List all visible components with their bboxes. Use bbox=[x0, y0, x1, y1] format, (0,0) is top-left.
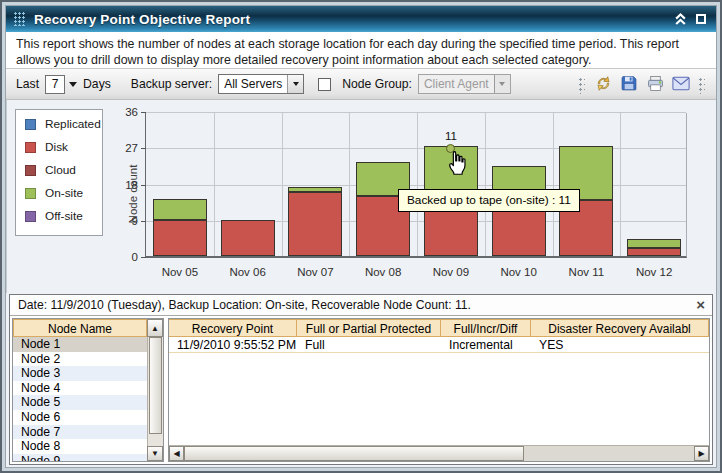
legend-item[interactable]: On-site bbox=[25, 186, 102, 200]
node-list-item[interactable]: Node 4 bbox=[13, 381, 147, 396]
drilldown-header: Date: 11/9/2010 (Tuesday), Backup Locati… bbox=[10, 295, 712, 316]
y-tick-label: 0 bbox=[104, 251, 138, 263]
table-cell: 11/9/2010 9:55:52 PM bbox=[169, 337, 297, 352]
gridline bbox=[485, 113, 486, 256]
node-list-item[interactable]: Node 9 bbox=[13, 454, 147, 461]
node-group-checkbox[interactable] bbox=[318, 78, 331, 91]
report-window: Recovery Point Objective Report This rep… bbox=[0, 0, 722, 473]
last-label: Last bbox=[16, 77, 39, 91]
table-body: 11/9/2010 9:55:52 PMFullIncrementalYES bbox=[169, 337, 709, 353]
chevron-down-icon bbox=[499, 82, 505, 86]
email-button[interactable] bbox=[670, 72, 692, 94]
chart-area: ReplicatedDiskCloudOn-siteOff-site Node … bbox=[6, 100, 716, 293]
gridline bbox=[417, 113, 418, 256]
node-group-label: Node Group: bbox=[342, 77, 412, 91]
y-tick bbox=[141, 257, 146, 258]
title-bar[interactable]: Recovery Point Objective Report bbox=[6, 6, 716, 32]
x-tick-label: Nov 11 bbox=[553, 266, 621, 278]
table-cell: Incremental bbox=[441, 337, 531, 352]
x-tick-label: Nov 07 bbox=[282, 266, 350, 278]
x-tick-label: Nov 08 bbox=[349, 266, 417, 278]
gridline bbox=[146, 112, 686, 113]
bar-chart-plot[interactable]: 09182736Nov 05Nov 06Nov 07Nov 08Nov 09No… bbox=[145, 113, 687, 258]
refresh-icon bbox=[595, 75, 612, 92]
table-column-header[interactable]: Disaster Recovery Availabl bbox=[531, 320, 709, 336]
legend-label: Off-site bbox=[45, 209, 83, 223]
y-tick-label: 36 bbox=[104, 106, 138, 118]
y-tick-label: 9 bbox=[104, 215, 138, 227]
legend-item[interactable]: Replicated bbox=[25, 117, 102, 131]
node-list-item[interactable]: Node 6 bbox=[13, 410, 147, 425]
close-icon[interactable]: × bbox=[696, 296, 705, 314]
table-row[interactable]: 11/9/2010 9:55:52 PMFullIncrementalYES bbox=[169, 337, 709, 353]
period-dropdown-icon[interactable] bbox=[69, 82, 77, 87]
period-input[interactable]: 7 bbox=[45, 75, 65, 94]
y-tick-label: 27 bbox=[104, 142, 138, 154]
x-tick-label: Nov 09 bbox=[417, 266, 485, 278]
bar-segment-disk[interactable] bbox=[153, 220, 207, 256]
report-content: Recovery Point Objective Report This rep… bbox=[5, 5, 717, 468]
scroll-right-button[interactable]: ▶ bbox=[694, 446, 709, 461]
node-list-item[interactable]: Node 2 bbox=[13, 352, 147, 367]
node-list-item[interactable]: Node 7 bbox=[13, 425, 147, 440]
bar-segment-disk[interactable] bbox=[627, 248, 681, 256]
bar-segment-on-site[interactable] bbox=[153, 199, 207, 220]
print-button[interactable] bbox=[644, 72, 666, 94]
y-tick-label: 18 bbox=[104, 179, 138, 191]
node-list-item[interactable]: Node 5 bbox=[13, 395, 147, 410]
chevron-down-icon bbox=[293, 82, 299, 86]
legend-label: On-site bbox=[45, 186, 83, 200]
legend-item[interactable]: Disk bbox=[25, 140, 102, 154]
gridline bbox=[620, 113, 621, 256]
table-column-header[interactable]: Recovery Point bbox=[169, 320, 297, 336]
toolbar: Last 7 Days Backup server: All Servers N… bbox=[6, 69, 716, 100]
node-list-scrollbar[interactable] bbox=[147, 337, 163, 461]
legend-item[interactable]: Off-site bbox=[25, 209, 102, 223]
bar-segment-disk[interactable] bbox=[288, 192, 342, 256]
node-list-item[interactable]: Node 8 bbox=[13, 439, 147, 454]
scroll-up-button[interactable]: ▲ bbox=[147, 319, 163, 337]
legend-swatch-icon bbox=[25, 142, 36, 153]
save-icon bbox=[621, 75, 637, 91]
backup-server-select[interactable]: All Servers bbox=[218, 74, 304, 94]
gridline bbox=[553, 113, 554, 256]
backup-server-dropdown-button[interactable] bbox=[287, 75, 303, 93]
x-tick-label: Nov 05 bbox=[146, 266, 214, 278]
drag-grip-icon[interactable] bbox=[14, 12, 26, 26]
scrollbar-thumb[interactable] bbox=[149, 337, 162, 434]
page-title: Recovery Point Objective Report bbox=[34, 12, 250, 27]
bar-segment-disk[interactable] bbox=[221, 220, 275, 256]
legend-item[interactable]: Cloud bbox=[25, 163, 102, 177]
node-group-dropdown-button bbox=[494, 75, 510, 93]
maximize-icon[interactable] bbox=[696, 14, 706, 24]
bar-segment-on-site[interactable] bbox=[288, 187, 342, 192]
scroll-left-button[interactable]: ◀ bbox=[169, 446, 184, 461]
node-list-item[interactable]: Node 3 bbox=[13, 366, 147, 381]
backup-server-label: Backup server: bbox=[131, 77, 212, 91]
scrollbar-thumb[interactable] bbox=[184, 446, 524, 461]
legend-swatch-icon bbox=[25, 119, 36, 130]
save-button[interactable] bbox=[618, 72, 640, 94]
table-column-header[interactable]: Full/Incr/Diff bbox=[441, 320, 531, 336]
node-list-item[interactable]: Node 1 bbox=[13, 337, 147, 352]
gridline bbox=[214, 113, 215, 256]
print-icon bbox=[647, 75, 664, 92]
scroll-down-button[interactable]: ▼ bbox=[147, 446, 163, 461]
legend-label: Replicated bbox=[45, 117, 101, 131]
node-group-value: Client Agent bbox=[419, 75, 494, 93]
data-point-label: 11 bbox=[436, 130, 466, 142]
bar-segment-on-site[interactable] bbox=[627, 239, 681, 248]
gridline bbox=[282, 113, 283, 256]
refresh-button[interactable] bbox=[592, 72, 614, 94]
y-tick bbox=[141, 185, 146, 186]
x-tick-label: Nov 06 bbox=[214, 266, 282, 278]
table-horizontal-scrollbar[interactable]: ◀ ▶ bbox=[169, 445, 709, 461]
legend-label: Cloud bbox=[45, 163, 76, 177]
y-tick bbox=[141, 112, 146, 113]
collapse-icon[interactable] bbox=[674, 13, 687, 26]
node-list-pane: Node Name ▲ Node 1Node 2Node 3Node 4Node… bbox=[12, 318, 164, 462]
node-name-column-header[interactable]: Node Name bbox=[13, 319, 147, 337]
x-tick-label: Nov 12 bbox=[620, 266, 688, 278]
node-group-select: Client Agent bbox=[418, 74, 511, 94]
table-column-header[interactable]: Full or Partial Protected bbox=[297, 320, 441, 336]
